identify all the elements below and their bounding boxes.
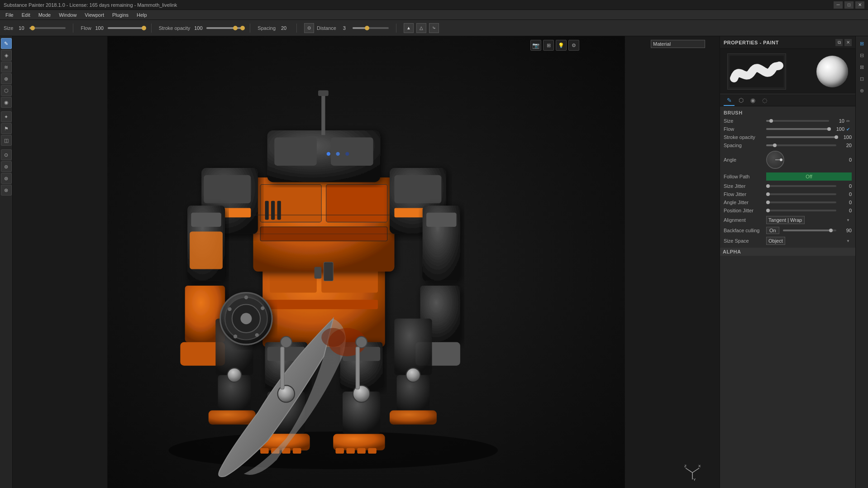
camera-icon[interactable]: 📷 [530,40,541,51]
title-text: Substance Painter 2018.1.0 - License: 16… [4,2,177,8]
size-prop-slider[interactable] [766,120,829,122]
size-slider[interactable] [29,27,66,29]
menu-file[interactable]: File [2,11,17,19]
spacing-label: Spacing [258,25,276,31]
flow-jitter-slider[interactable] [766,193,836,195]
position-jitter-slider[interactable] [766,210,836,211]
measure-tool[interactable]: ◫ [1,135,12,146]
stroke-opacity-label: Stroke opacity [159,25,191,31]
flow-prop-value: 100 [831,126,844,132]
texture-panel-icon[interactable]: ⊟ [857,50,868,61]
svg-rect-17 [318,91,329,96]
size-edit-icon[interactable]: ✏ [846,119,852,124]
separator-1 [73,24,73,33]
menu-edit[interactable]: Edit [18,11,34,19]
properties-close-btn[interactable]: ✕ [844,39,852,46]
brush-stroke-svg [730,56,784,87]
menu-plugins[interactable]: Plugins [109,11,132,19]
backface-culling-row: Backface culling On 90 [724,227,852,234]
size-space-label: Size Space [724,238,764,244]
stroke-up-icon[interactable]: ▲ [404,23,414,33]
svg-point-60 [244,296,248,299]
svg-point-63 [234,335,237,338]
properties-header-buttons: ⧉ ✕ [835,39,852,46]
eraser-tool[interactable]: ◈ [1,50,12,61]
alignment-select[interactable]: Tangent | Wrap UV World [766,216,805,224]
stroke-up-alt-icon[interactable]: △ [416,23,426,33]
viewport-render [13,36,720,488]
svg-point-78 [281,336,292,348]
close-button[interactable]: ✕ [855,1,864,9]
backface-slider[interactable] [783,230,836,231]
stroke-opacity-slider[interactable] [206,27,243,29]
blur-tool[interactable]: ◉ [1,97,12,108]
light-icon[interactable]: 💡 [556,40,567,51]
flow-check-icon[interactable]: ✔ [846,127,852,132]
flow-jitter-value: 0 [838,191,852,197]
rotate-tool[interactable]: ⊗ [1,185,12,196]
effects-panel-icon[interactable]: ⊠ [857,62,868,72]
svg-rect-47 [346,448,355,454]
tab-material[interactable]: ⬡ [735,95,746,106]
fill-tool[interactable]: ⬡ [1,85,12,96]
spacing-prop-label: Spacing [724,143,764,148]
svg-rect-72 [324,262,333,281]
viewport[interactable]: 📷 ⊞ 💡 ⚙ Material BaseColor Roughness Met… [13,36,720,488]
flow-slider[interactable] [108,27,144,29]
layers-panel-icon[interactable]: ⊞ [857,38,868,49]
history-panel-icon[interactable]: ⊡ [857,73,868,84]
menu-mode[interactable]: Mode [35,11,55,19]
svg-rect-14 [274,138,317,166]
display-panel-icon[interactable]: ⊕ [857,85,868,96]
alpha-section-header[interactable]: ALPHA [720,248,855,256]
tab-extra[interactable]: ◌ [759,95,770,106]
maximize-button[interactable]: □ [844,1,854,9]
menu-help[interactable]: Help [133,11,151,19]
size-jitter-slider[interactable] [766,185,836,187]
angle-prop-value: 0 [838,157,852,163]
brush-preview-area [720,49,855,94]
properties-expand-btn[interactable]: ⧉ [835,39,843,46]
angle-wheel[interactable] [766,151,784,169]
stroke-path-icon[interactable]: ⤷ [429,23,439,33]
tab-effects[interactable]: ◉ [747,95,758,106]
material-select[interactable]: Material BaseColor Roughness Metallic [651,40,705,48]
paint-brush-tool[interactable]: ✎ [1,38,12,49]
alignment-dropdown-wrapper: Tangent | Wrap UV World ▼ [766,216,852,224]
view-tool[interactable]: ⊙ [1,149,12,160]
distance-slider[interactable] [353,27,389,29]
distance-group: ⊙ Distance 3 [304,23,389,33]
angle-jitter-slider[interactable] [766,201,836,203]
settings-icon[interactable]: ⚙ [568,40,579,51]
backface-culling-toggle[interactable]: On [766,227,779,234]
follow-path-btn[interactable]: Off [766,172,852,181]
menu-window[interactable]: Window [55,11,80,19]
distance-value: 3 [339,25,350,31]
pan-tool[interactable]: ⊛ [1,173,12,184]
properties-title: PROPERTIES - PAINT [724,40,779,45]
coord-indicator: X Z Y [683,464,701,483]
stroke-opacity-group: Stroke opacity 100 [159,25,243,31]
menu-viewport[interactable]: Viewport [81,11,108,19]
annotation-tool[interactable]: ⚑ [1,123,12,134]
smear-tool[interactable]: ≋ [1,62,12,72]
stroke-opacity-prop-slider[interactable] [766,136,836,138]
properties-content: BRUSH Size 10 ✏ Flow [720,106,855,488]
transform-tool[interactable]: ✦ [1,111,12,122]
size-label: Size [4,25,13,31]
tab-brush[interactable]: ✎ [724,95,734,106]
spacing-prop-slider[interactable] [766,144,836,146]
minimize-button[interactable]: ─ [834,1,843,9]
svg-point-62 [255,333,259,337]
flow-prop-slider[interactable] [766,128,829,130]
svg-point-66 [336,152,339,156]
lazy-mouse-btn[interactable]: ⊙ [304,23,314,33]
size-space-select[interactable]: Object World UV [766,237,785,245]
zoom-tool[interactable]: ⊚ [1,161,12,172]
grid-icon[interactable]: ⊞ [543,40,554,51]
brush-stroke-preview [727,53,786,90]
svg-rect-45 [333,434,385,450]
angle-prop-label: Angle [724,157,764,163]
clone-tool[interactable]: ⊕ [1,73,12,84]
separator-3 [250,24,250,33]
